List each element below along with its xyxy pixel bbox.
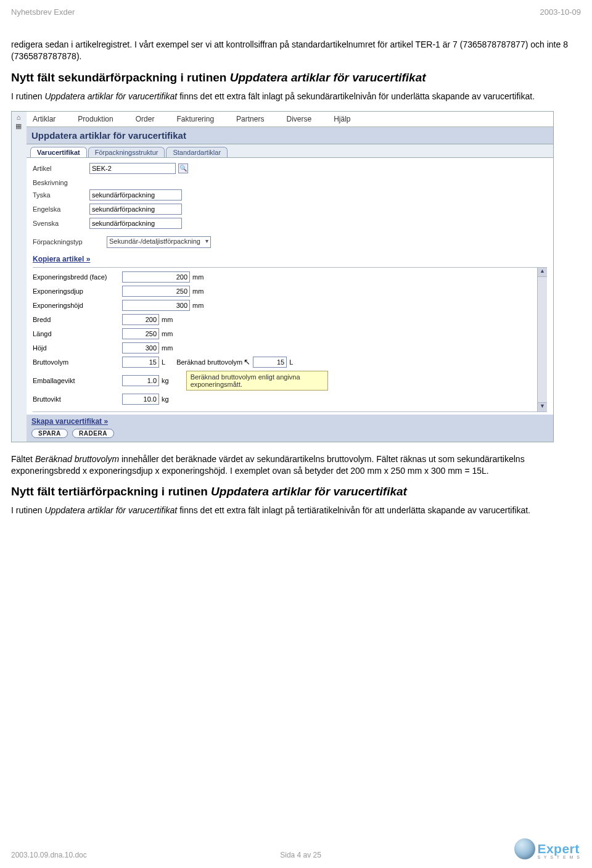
bottom-strip: Skapa varucertifikat » SPARA RADERA [27,415,553,442]
tab-forpackningsstruktur[interactable]: Förpackningsstruktur [88,147,165,157]
grid-icon[interactable]: ▦ [12,122,25,130]
m4-input[interactable] [122,328,159,339]
section2-body-a: I rutinen [11,505,44,515]
intro-paragraph: redigera sedan i artikelregistret. I vår… [11,39,581,62]
after-shot-paragraph: Fältet Beräknad bruttovolym innehåller d… [11,453,581,477]
app-screenshot: ⌂ ▦ Artiklar Produktion Order Fakturerin… [11,111,554,442]
menu-order[interactable]: Order [130,113,171,125]
section1-body-b: finns det ett extra fält inlagt på sekun… [177,91,535,101]
artikel-label: Artikel [33,165,89,172]
logo-sub: S Y S T E M S [537,855,581,859]
logo: Expert S Y S T E M S [514,838,581,859]
section2-heading-prefix: Nytt fält tertiärförpackning i rutinen [11,485,211,498]
engelska-input[interactable] [89,204,182,215]
m3-label: Bredd [33,316,122,323]
m7-unit: kg [162,377,169,384]
m8-input[interactable] [122,394,159,405]
scroll-down-icon[interactable]: ▼ [538,402,547,411]
page-header: Nyhetsbrev Exder 2003-10-09 [11,7,581,17]
p1a: Fältet [11,454,35,464]
footer-page: Sida 4 av 25 [280,851,321,859]
menu-hjalp[interactable]: Hjälp [327,113,366,125]
scrollbar[interactable]: ▲ ▼ [537,268,547,411]
home-icon[interactable]: ⌂ [12,113,25,122]
left-icon-strip: ⌂ ▦ [12,112,25,130]
svenska-label: Svenska [33,220,89,227]
m0-unit: mm [192,273,204,281]
m0-input[interactable] [122,271,190,283]
tyska-input[interactable] [89,189,182,200]
save-button[interactable]: SPARA [31,429,68,438]
m3-input[interactable] [122,314,159,325]
menubar: Artiklar Produktion Order Fakturering Pa… [27,112,553,127]
calc-tooltip: Beräknad bruttovolym enligt angivna expo… [186,371,328,391]
p1-ital: Beräknad bruttovolym [35,454,119,464]
section1-heading: Nytt fält sekundärförpackning i rutinen … [11,71,581,85]
header-date: 2003-10-09 [540,7,582,17]
menu-produktion[interactable]: Produktion [72,113,129,125]
m2-label: Exponeringshöjd [33,302,122,309]
beskrivning-label: Beskrivning [33,179,89,186]
delete-button[interactable]: RADERA [72,429,114,438]
m1-input[interactable] [122,286,190,297]
menu-partners[interactable]: Partners [230,113,280,125]
engelska-label: Engelska [33,205,89,213]
m4-unit: mm [162,330,173,337]
tyska-label: Tyska [33,191,89,199]
section1-heading-prefix: Nytt fält sekundärförpackning i rutinen [11,71,230,84]
m8-label: Bruttovikt [33,395,122,403]
m1-unit: mm [192,287,204,295]
section2-body-b: finns det ett extra fält inlagt på terti… [177,505,530,515]
scroll-up-icon[interactable]: ▲ [538,268,547,277]
tab-standardartiklar[interactable]: Standardartiklar [166,147,228,157]
m5-input[interactable] [122,342,159,353]
svenska-input[interactable] [89,218,182,229]
panel-title: Uppdatera artiklar för varucertifikat [27,127,553,144]
m3-unit: mm [162,316,173,323]
m5-label: Höjd [33,344,122,352]
m1-label: Exponeringsdjup [33,287,122,295]
m7-label: Emballagevikt [33,377,122,384]
m2-input[interactable] [122,300,190,311]
menu-artiklar[interactable]: Artiklar [27,113,72,125]
artikel-input[interactable] [89,163,176,174]
calc-input [253,357,287,368]
tab-varucertifikat[interactable]: Varucertifikat [30,147,87,157]
footer-file: 2003.10.09.dna.10.doc [11,851,87,859]
calc-unit: L [289,358,293,366]
m6-unit: L [162,358,165,366]
section2-body: I rutinen Uppdatera artiklar för varucer… [11,505,581,516]
m6-label: Bruttovolym [33,358,122,366]
m0-label: Exponeringsbredd (face) [33,273,122,281]
menu-fakturering[interactable]: Fakturering [170,113,230,125]
section1-body-ital: Uppdatera artiklar för varucertifikat [44,91,177,101]
lookup-icon[interactable]: 🔍 [178,163,188,173]
tabstrip: Varucertifikat Förpackningsstruktur Stan… [27,144,553,158]
m2-unit: mm [192,302,204,309]
header-left: Nyhetsbrev Exder [11,7,75,17]
packtype-label: Förpackningstyp [33,238,107,246]
menu-diverse[interactable]: Diverse [280,113,327,125]
section1-body: I rutinen Uppdatera artiklar för varucer… [11,91,581,102]
copy-article-link[interactable]: Kopiera artikel » [33,255,90,263]
m7-input[interactable] [122,375,159,386]
m8-unit: kg [162,395,169,403]
calc-label: Beräknad bruttovolym [176,358,242,366]
section2-heading-ital: Uppdatera artiklar för varucertifikat [211,485,407,498]
m6-input[interactable] [122,357,159,368]
form-area: Artikel 🔍 Beskrivning Tyska Engelska Sve… [27,158,553,415]
page-footer: 2003.10.09.dna.10.doc Sida 4 av 25 Exper… [11,838,581,859]
section1-body-a: I rutinen [11,91,44,101]
cursor-icon: ↖ [244,357,250,366]
section1-heading-ital: Uppdatera artiklar för varucertifikat [230,71,426,84]
m4-label: Längd [33,330,122,337]
logo-globe-icon [514,838,535,859]
m5-unit: mm [162,344,173,352]
section2-body-ital: Uppdatera artiklar för varucertifikat [44,505,177,515]
logo-word: Expert [537,842,581,855]
measure-scroll-area: ▲ ▼ Exponeringsbredd (face)mm Exponering… [33,267,547,412]
create-varucertifikat-link[interactable]: Skapa varucertifikat » [31,417,548,426]
section2-heading: Nytt fält tertiärförpackning i rutinen U… [11,485,581,498]
packtype-select[interactable]: Sekundär-/detaljistförpackning [107,236,211,248]
